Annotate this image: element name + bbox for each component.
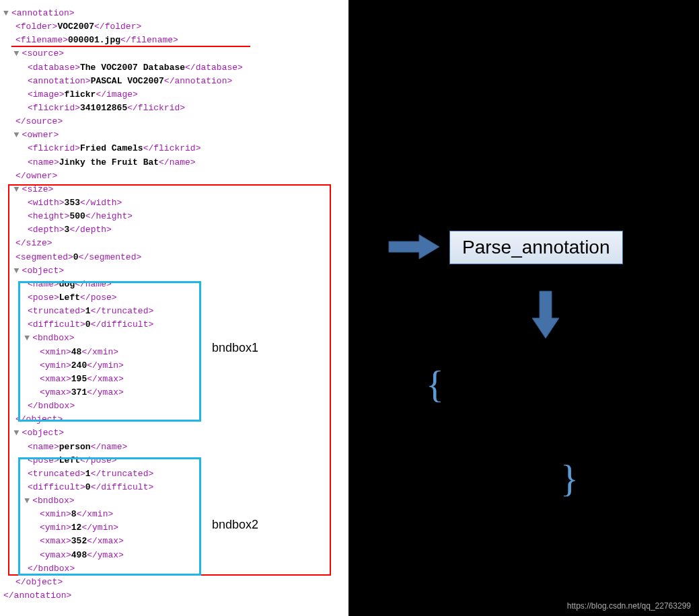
size-height: <height>500</height> (28, 210, 345, 223)
object2-xmin: <xmin>8</xmin> (40, 508, 345, 521)
object2-bndbox-open: ▼<bndbox> (3, 494, 345, 508)
source-close: </source> (15, 115, 345, 128)
object2-truncated: <truncated>1</truncated> (28, 467, 345, 481)
size-close: </size> (15, 237, 345, 250)
object1-pose: <pose>Left</pose> (28, 291, 345, 305)
watermark-text: https://blog.csdn.net/qq_22763299 (567, 601, 691, 611)
source-flickrid: <flickrid>341012865</flickrid> (28, 102, 345, 115)
bndbox2-label: bndbox2 (212, 518, 258, 532)
object2-bndbox-close: </bndbox> (28, 562, 345, 576)
source-open: ▼<source> (3, 47, 345, 61)
object2-ymax: <ymax>498</ymax> (40, 549, 345, 562)
object1-xmax: <xmax>195</xmax> (40, 373, 345, 386)
disclosure-triangle-icon[interactable]: ▼ (14, 47, 22, 61)
size-open: ▼<size> (3, 183, 345, 196)
size-width: <width>353</width> (28, 196, 345, 210)
disclosure-triangle-icon[interactable]: ▼ (24, 494, 32, 508)
object2-name: <name>person</name> (28, 440, 345, 454)
object1-name: <name>dog</name> (28, 278, 345, 291)
object2-ymin: <ymin>12</ymin> (40, 521, 345, 535)
arrow-down-icon (529, 288, 562, 344)
folder-line: <folder>VOC2007</folder> (15, 20, 345, 34)
object1-truncated: <truncated>1</truncated> (28, 305, 345, 318)
object1-bndbox-close: </bndbox> (28, 399, 345, 413)
object1-ymax: <ymax>371</ymax> (40, 386, 345, 399)
segmented-line: <segmented>0</segmented> (15, 251, 345, 264)
xml-panel: ▼<annotation> <folder>VOC2007</folder> <… (0, 0, 348, 616)
object1-ymin: <ymin>240</ymin> (40, 359, 345, 373)
arrow-right-icon (385, 232, 443, 262)
object2-difficult: <difficult>0</difficult> (28, 481, 345, 494)
object2-open: ▼<object> (3, 426, 345, 440)
object2-close: </object> (15, 576, 345, 589)
bndbox1-label: bndbox1 (212, 341, 258, 355)
owner-open: ▼<owner> (3, 128, 345, 142)
source-database: <database>The VOC2007 Database</database… (28, 61, 345, 75)
disclosure-triangle-icon[interactable]: ▼ (14, 183, 22, 196)
brace-right-icon: } (560, 457, 579, 500)
object2-xmax: <xmax>352</xmax> (40, 535, 345, 548)
disclosure-triangle-icon[interactable]: ▼ (14, 426, 22, 440)
object1-bndbox-open: ▼<bndbox> (3, 332, 345, 345)
parse-annotation-box: Parse_annotation (449, 231, 623, 264)
brace-left-icon: { (426, 363, 444, 406)
source-image: <image>flickr</image> (28, 88, 345, 102)
disclosure-triangle-icon[interactable]: ▼ (14, 264, 22, 278)
source-annotation: <annotation>PASCAL VOC2007</annotation> (28, 75, 345, 88)
annotation-open: ▼<annotation> (3, 7, 345, 20)
svg-marker-1 (532, 291, 559, 338)
xml-tree: ▼<annotation> <folder>VOC2007</folder> <… (3, 7, 345, 603)
owner-flickrid: <flickrid>Fried Camels</flickrid> (28, 142, 345, 155)
disclosure-triangle-icon[interactable]: ▼ (14, 128, 22, 142)
disclosure-triangle-icon[interactable]: ▼ (24, 332, 32, 345)
object1-xmin: <xmin>48</xmin> (40, 346, 345, 359)
object1-close: </object> (15, 413, 345, 426)
diagram-panel: Parse_annotation { } https://blog.csdn.n… (348, 0, 699, 616)
owner-name: <name>Jinky the Fruit Bat</name> (28, 156, 345, 169)
object1-open: ▼<object> (3, 264, 345, 278)
filename-underline (11, 46, 250, 47)
size-depth: <depth>3</depth> (28, 223, 345, 237)
object1-difficult: <difficult>0</difficult> (28, 318, 345, 332)
owner-close: </owner> (15, 169, 345, 183)
object2-pose: <pose>Left</pose> (28, 454, 345, 467)
annotation-close: </annotation> (3, 589, 345, 603)
disclosure-triangle-icon[interactable]: ▼ (3, 7, 11, 20)
svg-marker-0 (389, 235, 439, 259)
